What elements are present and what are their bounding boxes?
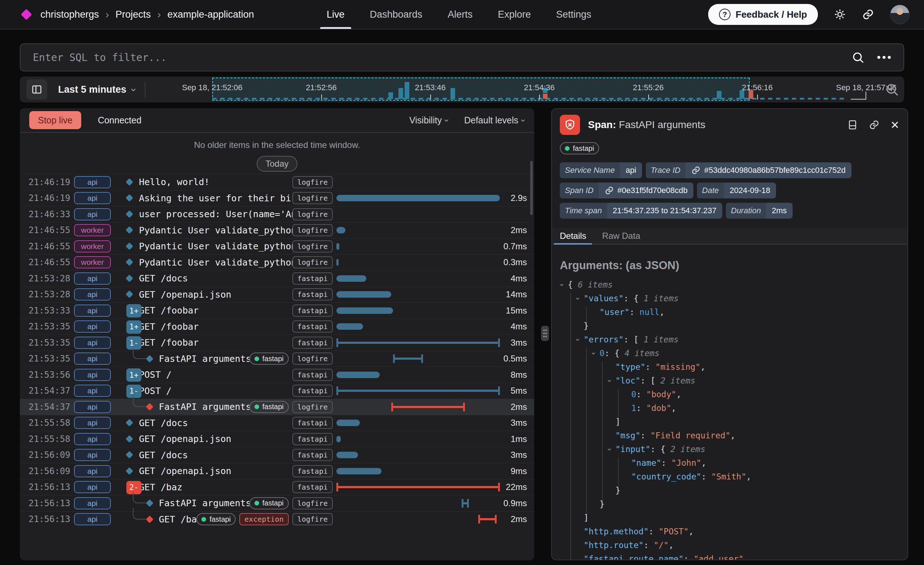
tag-fastapi[interactable]: fastapi xyxy=(292,321,333,333)
collapse-chevron-icon[interactable]: › xyxy=(605,447,614,451)
stop-live-button[interactable]: Stop live xyxy=(29,111,81,129)
tag-fastapi[interactable]: fastapi xyxy=(292,481,333,493)
service-pill-api[interactable]: api xyxy=(74,304,111,317)
span-tab-details[interactable]: Details xyxy=(560,228,586,244)
tab-dashboards[interactable]: Dashboards xyxy=(370,0,423,29)
tag-fastapi[interactable]: fastapi xyxy=(249,352,289,365)
service-pill-api[interactable]: api xyxy=(74,417,111,429)
log-row[interactable]: 21:46:55workerPydantic User validate_pyt… xyxy=(20,254,534,271)
log-row[interactable]: 21:56:13apiGET /baz (fofastapiexceptionl… xyxy=(20,511,534,528)
service-pill-api[interactable]: api xyxy=(74,337,111,349)
link-icon[interactable] xyxy=(604,186,614,195)
tag-fastapi[interactable]: fastapi xyxy=(292,369,333,381)
timeline-histogram[interactable]: Sep 18, 21:52:0621:52:5621:53:4621:54:36… xyxy=(182,76,900,102)
user-avatar[interactable] xyxy=(890,5,910,24)
service-pill-api[interactable]: api xyxy=(74,385,111,397)
log-row[interactable]: 21:56:09apiGET /docsfastapi3ms xyxy=(20,447,534,463)
log-row[interactable]: 21:56:13api2-GET /bazfastapi22ms xyxy=(20,479,534,495)
service-pill-api[interactable]: api xyxy=(74,273,111,285)
copy-link-icon[interactable] xyxy=(869,120,880,130)
span-tab-raw-data[interactable]: Raw Data xyxy=(602,228,640,244)
link-icon[interactable] xyxy=(691,166,700,175)
tab-explore[interactable]: Explore xyxy=(498,0,531,29)
tag-fastapi[interactable]: fastapi xyxy=(292,385,333,397)
zoom-in-icon[interactable] xyxy=(885,82,899,98)
tag-logfire[interactable]: logfire xyxy=(292,513,333,525)
log-row[interactable]: 21:53:35apiFastAPI argumentsfastapilogfi… xyxy=(20,351,534,367)
tag-fastapi[interactable]: fastapi xyxy=(292,304,333,317)
span-count-badge[interactable]: 1+ xyxy=(126,321,141,334)
tag-fastapi[interactable]: fastapi xyxy=(292,273,333,285)
panel-resize-handle[interactable] xyxy=(541,326,549,341)
log-row[interactable]: 21:46:33apiuser processed: User(name='An… xyxy=(20,206,534,222)
tab-live[interactable]: Live xyxy=(327,0,345,29)
today-button[interactable]: Today xyxy=(256,156,297,172)
logfire-logo-icon[interactable] xyxy=(21,9,32,20)
service-pill-api[interactable]: api xyxy=(74,369,111,381)
log-row[interactable]: 21:46:19apiAsking the user for their bir… xyxy=(20,190,534,206)
log-row[interactable]: 21:56:09apiGET /openapi.jsonfastapi9ms xyxy=(20,463,534,479)
collapse-chevron-icon[interactable]: › xyxy=(558,282,567,287)
log-row[interactable]: 21:53:28apiGET /docsfastapi4ms xyxy=(20,270,534,286)
service-pill-api[interactable]: api xyxy=(74,288,111,301)
scrollbar-thumb[interactable] xyxy=(530,161,533,215)
service-pill-api[interactable]: api xyxy=(74,465,111,477)
service-pill-api[interactable]: api xyxy=(74,481,111,493)
more-options-icon[interactable]: ••• xyxy=(877,51,892,63)
span-service-tag[interactable]: fastapi xyxy=(560,142,599,154)
tag-fastapi[interactable]: fastapi xyxy=(292,449,333,461)
log-row[interactable]: 21:54:37api1-POST /fastapi5ms xyxy=(20,383,534,399)
log-row[interactable]: 21:53:35api1+GET /foobarfastapi4ms xyxy=(20,319,534,335)
log-row[interactable]: 21:46:55workerPydantic User validate_pyt… xyxy=(20,238,534,254)
tag-logfire[interactable]: logfire xyxy=(292,240,333,253)
sidebar-toggle-button[interactable] xyxy=(26,79,47,100)
dock-panel-icon[interactable] xyxy=(847,120,858,130)
tag-fastapi[interactable]: fastapi xyxy=(249,401,289,413)
log-row[interactable]: 21:53:35api1-GET /foobarfastapi3ms xyxy=(20,334,534,351)
time-range-dropdown[interactable]: Last 5 minutes › xyxy=(58,84,135,95)
collapse-chevron-icon[interactable]: › xyxy=(605,378,614,383)
service-pill-api[interactable]: api xyxy=(74,513,111,525)
breadcrumb-projects[interactable]: Projects xyxy=(116,9,151,20)
tag-logfire[interactable]: logfire xyxy=(292,352,333,365)
log-row[interactable]: 21:53:28apiGET /openapi.jsonfastapi14ms xyxy=(20,286,534,303)
log-row[interactable]: 21:46:55workerPydantic User validate_pyt… xyxy=(20,222,534,238)
service-pill-api[interactable]: api xyxy=(74,192,111,204)
span-count-badge[interactable]: 1+ xyxy=(126,369,141,382)
tag-exception[interactable]: exception xyxy=(239,513,288,525)
service-pill-worker[interactable]: worker xyxy=(74,240,111,253)
log-row[interactable]: 21:56:13apiFastAPI argumentsfastapilogfi… xyxy=(20,495,534,511)
tag-logfire[interactable]: logfire xyxy=(292,176,333,188)
collapse-chevron-icon[interactable]: › xyxy=(573,296,582,301)
tag-fastapi[interactable]: fastapi xyxy=(292,337,333,349)
service-pill-api[interactable]: api xyxy=(74,401,111,413)
service-pill-api[interactable]: api xyxy=(74,433,111,445)
service-pill-api[interactable]: api xyxy=(74,321,111,333)
timeline-selection[interactable] xyxy=(212,78,750,100)
tag-fastapi[interactable]: fastapi xyxy=(292,417,333,429)
search-icon[interactable] xyxy=(852,51,864,64)
service-pill-api[interactable]: api xyxy=(74,449,111,461)
service-pill-api[interactable]: api xyxy=(74,497,111,510)
tab-settings[interactable]: Settings xyxy=(556,0,592,29)
breadcrumb-org[interactable]: christophergs xyxy=(40,9,99,20)
feedback-help-button[interactable]: ? Feedback / Help xyxy=(708,4,818,25)
tag-logfire[interactable]: logfire xyxy=(292,497,333,510)
log-row[interactable]: 21:46:19apiHello, world!logfire xyxy=(20,174,534,190)
service-pill-worker[interactable]: worker xyxy=(74,256,111,268)
share-link-icon[interactable] xyxy=(862,8,874,21)
tag-logfire[interactable]: logfire xyxy=(292,224,333,236)
tag-logfire[interactable]: logfire xyxy=(292,208,333,220)
default-levels-dropdown[interactable]: Default levels › xyxy=(464,115,525,126)
log-row[interactable]: 21:54:37apiFastAPI argumentsfastapilogfi… xyxy=(20,399,534,415)
tag-logfire[interactable]: logfire xyxy=(292,192,333,204)
collapse-chevron-icon[interactable]: › xyxy=(573,337,582,342)
tag-fastapi[interactable]: fastapi xyxy=(292,465,333,477)
service-pill-api[interactable]: api xyxy=(74,208,111,220)
tag-logfire[interactable]: logfire xyxy=(292,401,333,413)
log-row[interactable]: 21:55:58apiGET /docsfastapi3ms xyxy=(20,415,534,431)
service-pill-api[interactable]: api xyxy=(74,352,111,365)
log-row[interactable]: 21:53:33api1+GET /foobarfastapi15ms xyxy=(20,302,534,319)
service-pill-api[interactable]: api xyxy=(74,176,111,188)
close-icon[interactable]: ✕ xyxy=(890,119,900,131)
